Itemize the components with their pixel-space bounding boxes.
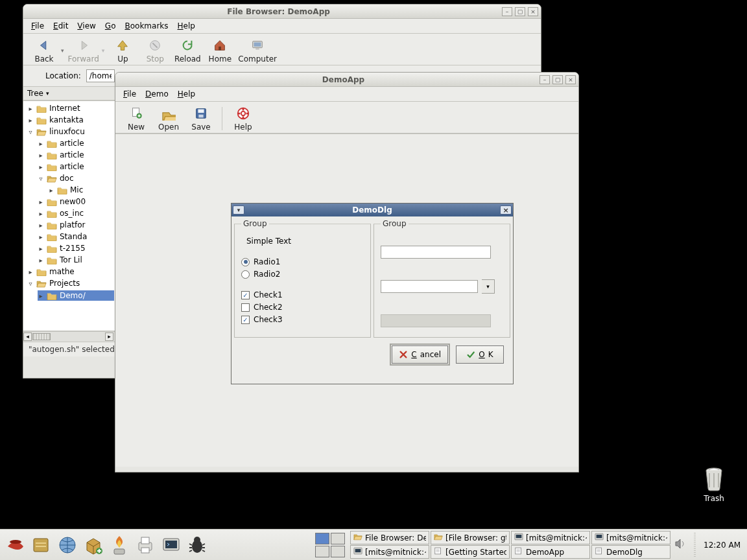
taskbar-task[interactable]: [Getting Started <box>431 545 510 559</box>
ok-button[interactable]: OK <box>456 345 504 364</box>
menu-help[interactable]: Help <box>174 88 199 100</box>
workspace-3[interactable] <box>315 546 329 557</box>
close-button[interactable]: × <box>565 75 576 84</box>
demoapp-titlebar[interactable]: DemoApp – ▢ × <box>115 73 578 87</box>
launcher-redhat-icon[interactable] <box>4 533 27 557</box>
text-input-1[interactable] <box>381 246 491 259</box>
minimize-button[interactable]: – <box>502 7 512 16</box>
tree-item[interactable]: ▸Standa <box>27 231 114 242</box>
tree-twisty-icon[interactable]: ▿ <box>27 280 34 287</box>
back-dropdown-icon[interactable]: ▾ <box>61 47 64 54</box>
taskbar-task[interactable]: [File Browser: gt <box>431 531 510 544</box>
taskbar-task[interactable]: DemoApp <box>511 545 590 559</box>
radio2-input[interactable] <box>241 270 250 279</box>
close-button[interactable]: × <box>528 7 538 16</box>
new-button[interactable]: New <box>122 106 150 132</box>
menu-help[interactable]: Help <box>174 20 199 32</box>
tree-twisty-icon[interactable]: ▿ <box>38 175 44 182</box>
taskbar-task[interactable]: [mits@mitnick:~ <box>511 531 590 544</box>
trash-desktop-icon[interactable]: Trash <box>696 465 731 503</box>
tree-twisty-icon[interactable]: ▸ <box>38 198 44 205</box>
menu-file[interactable]: File <box>27 20 48 32</box>
maximize-button[interactable]: ▢ <box>515 7 525 16</box>
home-button[interactable]: Home <box>206 38 234 64</box>
tree-item[interactable]: ▸Demo/ <box>27 289 114 302</box>
tree-twisty-icon[interactable]: ▸ <box>38 257 44 264</box>
tree-twisty-icon[interactable]: ▸ <box>38 152 44 159</box>
launcher-package-icon[interactable] <box>82 533 105 557</box>
close-icon[interactable]: × <box>500 205 512 215</box>
dialog-menu-icon[interactable]: ▾ <box>233 205 244 215</box>
tree-dropdown-icon[interactable]: ▾ <box>46 90 49 97</box>
check2-row[interactable]: Check2 <box>241 303 364 312</box>
cancel-button[interactable]: Cancel <box>392 345 448 364</box>
tree-item[interactable]: ▸article <box>27 137 114 149</box>
tree-item[interactable]: ▸article <box>27 161 114 172</box>
help-button[interactable]: Help <box>229 106 257 132</box>
tree-twisty-icon[interactable]: ▸ <box>38 140 44 147</box>
taskbar-task[interactable]: [mits@mitnick:~ <box>591 531 670 544</box>
tree-twisty-icon[interactable]: ▸ <box>27 105 34 112</box>
tree-item[interactable]: ▿doc <box>27 172 114 184</box>
tree-twisty-icon[interactable]: ▸ <box>38 292 44 299</box>
menu-view[interactable]: View <box>73 20 99 32</box>
tree-twisty-icon[interactable]: ▸ <box>27 117 34 124</box>
tree-item[interactable]: ▸platfor <box>27 219 114 231</box>
tree-item[interactable]: ▿linuxfocu <box>27 126 114 137</box>
tree-item[interactable]: ▸Tor Lil <box>27 254 114 266</box>
menu-file[interactable]: File <box>119 88 140 100</box>
tree-pane-label[interactable]: Tree <box>27 89 43 98</box>
reload-button[interactable]: Reload <box>173 38 202 64</box>
tree-item[interactable]: ▸article <box>27 149 114 161</box>
scroll-left-icon[interactable]: ◂ <box>23 332 32 341</box>
tree-item[interactable]: ▸os_inc <box>27 207 114 219</box>
scroll-thumb[interactable] <box>32 333 51 340</box>
location-input[interactable] <box>86 69 115 82</box>
menu-go[interactable]: Go <box>101 20 120 32</box>
check2-input[interactable] <box>241 303 250 312</box>
scroll-right-icon[interactable]: ▸ <box>105 332 113 341</box>
computer-button[interactable]: Computer <box>238 38 277 64</box>
tree-twisty-icon[interactable]: ▿ <box>27 128 34 135</box>
launcher-fire-icon[interactable] <box>108 533 131 557</box>
up-button[interactable]: Up <box>108 38 137 64</box>
launcher-terminal-icon[interactable] <box>160 533 183 557</box>
demodlg-titlebar[interactable]: ▾ DemoDlg × <box>231 204 513 216</box>
tree-twisty-icon[interactable]: ▸ <box>38 163 44 170</box>
launcher-files-icon[interactable] <box>30 533 53 557</box>
launcher-bug-icon[interactable] <box>185 533 209 557</box>
tree-item[interactable]: ▸kantakta <box>27 114 114 126</box>
tree-twisty-icon[interactable]: ▸ <box>27 268 34 275</box>
workspace-1[interactable] <box>315 533 329 544</box>
launcher-web-icon[interactable] <box>56 533 79 557</box>
tree-twisty-icon[interactable]: ▸ <box>38 245 44 252</box>
menu-bookmarks[interactable]: Bookmarks <box>121 20 172 32</box>
taskbar-task[interactable]: [mits@mitnick:~ <box>350 545 429 559</box>
radio1-row[interactable]: Radio1 <box>241 257 364 266</box>
tree-item[interactable]: ▸Mic <box>27 184 114 196</box>
launcher-print-icon[interactable] <box>134 533 157 557</box>
tree-twisty-icon[interactable]: ▸ <box>38 233 44 240</box>
combo-dropdown-icon[interactable]: ▾ <box>482 279 495 294</box>
check3-input[interactable]: ✓ <box>241 316 250 324</box>
combo-input[interactable] <box>381 280 478 293</box>
menu-demo[interactable]: Demo <box>141 88 172 100</box>
clock[interactable]: 12:20 AM <box>704 541 741 550</box>
tree-item[interactable]: ▸mathe <box>27 266 114 277</box>
tree-item[interactable]: ▸t-2155 <box>27 242 114 254</box>
menu-edit[interactable]: Edit <box>49 20 72 32</box>
file-browser-titlebar[interactable]: File Browser: DemoApp – ▢ × <box>23 5 541 19</box>
minimize-button[interactable]: – <box>540 75 550 84</box>
radio1-input[interactable] <box>241 258 250 266</box>
volume-icon[interactable] <box>674 538 686 552</box>
tree-twisty-icon[interactable]: ▸ <box>38 210 44 217</box>
workspace-pager[interactable] <box>315 533 345 557</box>
radio2-row[interactable]: Radio2 <box>241 270 364 279</box>
workspace-4[interactable] <box>331 546 345 557</box>
tree-item[interactable]: ▿Projects <box>27 277 114 289</box>
tree-twisty-icon[interactable]: ▸ <box>48 187 54 194</box>
workspace-2[interactable] <box>331 533 345 544</box>
tree-item[interactable]: ▸new00 <box>27 196 114 207</box>
maximize-button[interactable]: ▢ <box>552 75 563 84</box>
tree-twisty-icon[interactable]: ▸ <box>38 222 44 229</box>
